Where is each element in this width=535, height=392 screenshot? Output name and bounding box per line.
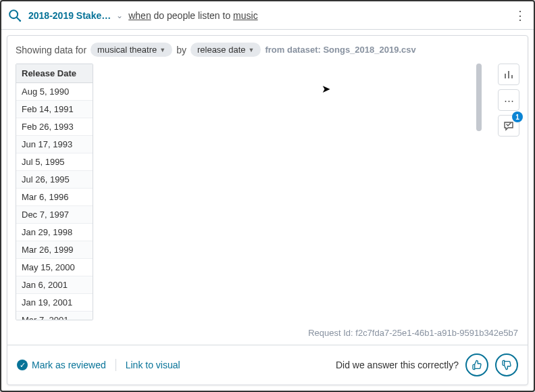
divider — [116, 359, 116, 371]
table-row[interactable]: Dec 7, 1997 — [16, 206, 93, 224]
content-row: Release Date Aug 5, 1990Feb 14, 1991Feb … — [7, 64, 528, 324]
chart-area: ➤ ⋯ — [99, 64, 519, 324]
comments-badge: 1 — [512, 112, 523, 122]
filter-row: Showing data for musical theatre ▼ by re… — [7, 36, 528, 64]
chevron-down-icon[interactable]: ⌄ — [116, 11, 123, 20]
filter-pill-field[interactable]: release date ▼ — [190, 43, 261, 57]
by-label: by — [176, 45, 186, 55]
table-row[interactable]: Mar 7, 2001 — [16, 312, 93, 320]
table-row[interactable]: Jan 29, 1998 — [16, 224, 93, 241]
footer-left: ✓ Mark as reviewed Link to visual — [17, 359, 180, 371]
filter-pill-category-label: musical theatre — [97, 45, 157, 55]
table-header[interactable]: Release Date — [16, 64, 93, 83]
data-source-dropdown[interactable]: 2018-2019 Stake… — [28, 10, 111, 21]
filter-pill-category[interactable]: musical theatre ▼ — [91, 43, 172, 57]
thumbs-up-button[interactable] — [465, 353, 488, 376]
query-word-mid: do people listen to — [151, 10, 233, 21]
thumbs-down-button[interactable] — [495, 353, 518, 376]
table-row[interactable]: Jul 5, 1995 — [16, 153, 93, 171]
svg-point-2 — [19, 20, 21, 22]
top-bar: 2018-2019 Stake… ⌄ when do people listen… — [1, 1, 534, 30]
svg-point-0 — [9, 10, 18, 18]
side-actions: ⋯ 1 — [498, 64, 519, 137]
svg-line-1 — [17, 17, 20, 20]
query-word-1: when — [128, 10, 151, 21]
table-row[interactable]: Mar 6, 1996 — [16, 189, 93, 206]
table-row[interactable]: Mar 26, 1999 — [16, 241, 93, 259]
table-row[interactable]: Aug 5, 1990 — [16, 83, 93, 101]
mark-reviewed-button[interactable]: ✓ Mark as reviewed — [17, 360, 106, 370]
table-row[interactable]: Jun 17, 1993 — [16, 136, 93, 153]
mark-reviewed-label: Mark as reviewed — [32, 360, 106, 370]
request-id: Request Id: f2c7fda7-25e1-46b1-a91b-9591… — [7, 324, 528, 345]
check-circle-icon: ✓ — [17, 360, 28, 370]
showing-label: Showing data for — [16, 45, 86, 55]
table-row[interactable]: Jul 26, 1995 — [16, 171, 93, 189]
result-panel: Showing data for musical theatre ▼ by re… — [7, 35, 528, 385]
footer-right: Did we answer this correctly? — [336, 353, 518, 376]
table-body: Aug 5, 1990Feb 14, 1991Feb 26, 1993Jun 1… — [16, 83, 93, 320]
footer: ✓ Mark as reviewed Link to visual Did we… — [7, 345, 528, 385]
table-row[interactable]: Jan 6, 2001 — [16, 276, 93, 294]
table-row[interactable]: Jan 19, 2001 — [16, 294, 93, 312]
link-to-visual-button[interactable]: Link to visual — [126, 360, 180, 370]
caret-down-icon: ▼ — [249, 47, 255, 53]
filter-pill-field-label: release date — [197, 45, 246, 55]
comments-button[interactable]: 1 — [498, 115, 519, 137]
table-row[interactable]: May 15, 2000 — [16, 259, 93, 276]
query-word-last: music — [233, 10, 258, 21]
more-options-button[interactable]: ⋯ — [498, 89, 519, 111]
dataset-label: from dataset: Songs_2018_2019.csv — [265, 45, 415, 55]
query-text[interactable]: when do people listen to music — [128, 10, 507, 21]
scrollbar[interactable] — [476, 64, 482, 131]
caret-down-icon: ▼ — [159, 47, 165, 53]
chart-type-button[interactable] — [498, 64, 519, 85]
table-row[interactable]: Feb 26, 1993 — [16, 118, 93, 136]
app-window: 2018-2019 Stake… ⌄ when do people listen… — [0, 0, 535, 392]
table-row[interactable]: Feb 14, 1991 — [16, 101, 93, 118]
more-menu-icon[interactable]: ⋮ — [512, 7, 528, 24]
feedback-prompt: Did we answer this correctly? — [336, 360, 459, 370]
result-table: Release Date Aug 5, 1990Feb 14, 1991Feb … — [16, 64, 93, 320]
q-logo-icon — [7, 7, 23, 24]
mouse-cursor-icon: ➤ — [322, 82, 330, 95]
